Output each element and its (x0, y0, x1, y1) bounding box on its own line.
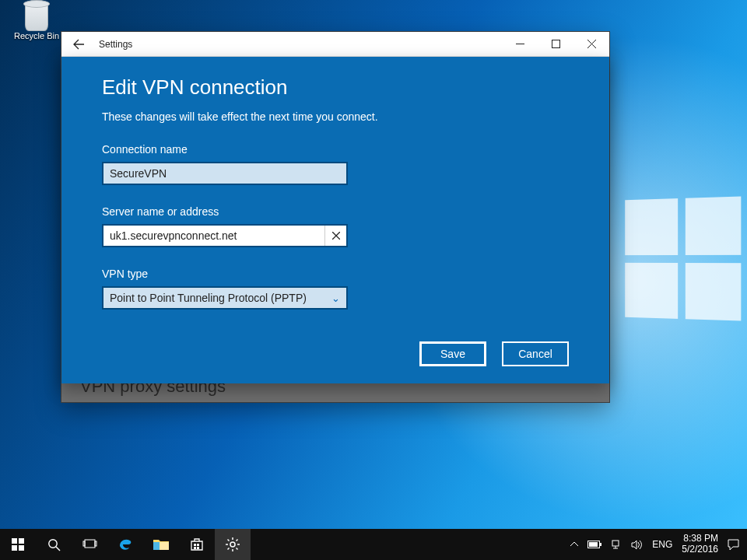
svg-rect-4 (95, 541, 96, 546)
taskbar: ENG 8:38 PM 5/2/2016 (0, 529, 747, 560)
minimize-button[interactable] (502, 32, 538, 57)
back-button[interactable] (61, 32, 96, 57)
titlebar: Settings (61, 32, 609, 57)
close-icon (587, 40, 596, 48)
battery-icon (587, 541, 601, 549)
tray-clock[interactable]: 8:38 PM 5/2/2016 (682, 534, 718, 555)
recycle-bin-icon (25, 5, 48, 31)
svg-rect-10 (197, 547, 199, 549)
notification-icon (728, 539, 739, 551)
server-address-label: Server name or address (102, 205, 569, 218)
task-view-icon (82, 539, 97, 550)
server-address-field[interactable] (102, 224, 348, 247)
chevron-up-icon (570, 541, 578, 548)
window-title: Settings (96, 39, 502, 50)
desktop: Recycle Bin Settings (0, 0, 747, 560)
svg-rect-8 (197, 544, 199, 546)
svg-rect-0 (552, 40, 559, 48)
store-icon (190, 537, 204, 551)
server-address-input[interactable] (110, 229, 324, 242)
network-icon (611, 539, 622, 550)
svg-rect-14 (589, 542, 598, 547)
tray-action-center-icon[interactable] (728, 539, 739, 551)
tray-time: 8:38 PM (682, 534, 718, 544)
vpn-type-select[interactable]: Point to Point Tunneling Protocol (PPTP)… (102, 286, 348, 310)
svg-rect-3 (83, 541, 85, 546)
taskbar-store[interactable] (179, 529, 215, 560)
modal-heading: Edit VPN connection (102, 75, 569, 100)
tray-date: 5/2/2016 (682, 544, 718, 555)
edit-vpn-panel: Edit VPN connection These changes will t… (61, 57, 609, 383)
svg-rect-13 (600, 543, 601, 546)
x-icon (332, 232, 340, 240)
connection-name-input[interactable] (102, 162, 348, 185)
edge-icon (117, 537, 133, 552)
svg-rect-15 (612, 541, 619, 546)
connection-name-label: Connection name (102, 143, 569, 156)
taskbar-settings[interactable] (215, 529, 251, 560)
svg-rect-7 (194, 544, 196, 546)
settings-window: Settings VPN proxy settings Edit VPN con… (61, 31, 610, 403)
cancel-button[interactable]: Cancel (502, 341, 569, 366)
tray-volume-icon[interactable] (631, 540, 643, 550)
svg-rect-9 (194, 547, 196, 549)
maximize-button[interactable] (538, 32, 573, 57)
save-button[interactable]: Save (419, 341, 486, 366)
tray-network-icon[interactable] (611, 539, 622, 550)
chevron-down-icon: ⌄ (331, 292, 340, 304)
close-button[interactable] (573, 32, 609, 57)
volume-icon (631, 540, 643, 550)
taskbar-file-explorer[interactable] (143, 529, 179, 560)
modal-subtext: These changes will take effect the next … (102, 110, 569, 123)
vpn-type-value: Point to Point Tunneling Protocol (PPTP) (110, 292, 307, 304)
taskbar-edge[interactable] (107, 529, 143, 560)
start-button[interactable] (0, 529, 36, 560)
tray-language[interactable]: ENG (652, 539, 672, 550)
gear-icon (226, 537, 240, 551)
search-button[interactable] (36, 529, 72, 560)
task-view-button[interactable] (72, 529, 107, 560)
svg-rect-6 (153, 542, 160, 550)
vpn-type-label: VPN type (102, 268, 569, 280)
maximize-icon (552, 40, 560, 48)
recycle-bin-label: Recycle Bin (14, 31, 59, 40)
svg-rect-2 (85, 540, 95, 548)
search-icon (47, 538, 61, 551)
svg-point-1 (48, 539, 56, 547)
windows-logo-icon (12, 538, 24, 551)
minimize-icon (516, 40, 524, 48)
tray-show-hidden-icon[interactable] (570, 541, 578, 548)
recycle-bin[interactable]: Recycle Bin (9, 5, 64, 40)
tray-battery-icon[interactable] (587, 541, 601, 549)
folder-icon (153, 538, 169, 551)
wallpaper-windows-logo (625, 197, 741, 321)
arrow-left-icon (72, 38, 85, 51)
svg-point-11 (230, 542, 235, 547)
clear-input-button[interactable] (324, 226, 346, 246)
